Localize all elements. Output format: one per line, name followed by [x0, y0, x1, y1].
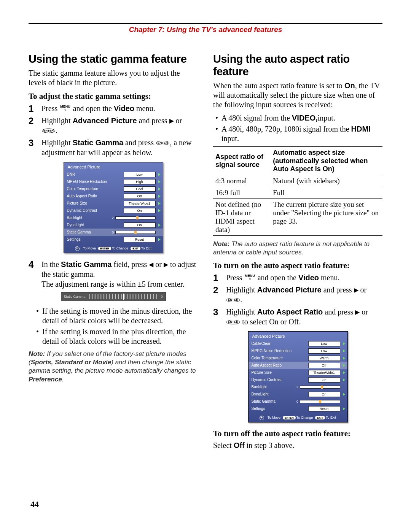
right-bullet-1: A 480i signal from the VIDEO,input. [213, 113, 382, 123]
osd-row: Auto Aspect RatioOff [64, 192, 163, 200]
osd-row: Backlight2 [249, 383, 347, 391]
left-heading: Using the static gamma feature [29, 53, 198, 65]
osd-row: Dynamic ContrastOn [249, 376, 347, 383]
right-heading: Using the auto aspect ratio feature [213, 53, 382, 78]
menu-icon: MENU [60, 105, 70, 112]
menu-icon: MENU [245, 274, 255, 281]
slider-value: 0 [161, 295, 162, 299]
osd-row-label: Picture Size [66, 200, 122, 206]
enter-icon: ENTER [226, 320, 240, 324]
osd-row-value: Low [308, 348, 340, 354]
chevron-right-icon [158, 238, 161, 241]
osd-row: DynaLightOn [249, 391, 347, 398]
osd-row-label: Color Temperature [251, 355, 307, 361]
osd-row-value: Off [308, 363, 340, 368]
osd-row-label: Static Gamma [251, 399, 292, 404]
osd-row-label: Picture Size [251, 370, 307, 375]
osd-row-num: 0 [108, 230, 114, 234]
osd-menu-right: Advanced Picture CableClearLowMPEG Noise… [248, 331, 348, 422]
enter-icon: ENTER [156, 141, 169, 145]
enter-pill-icon: ENTER [98, 247, 111, 250]
left-subhead: To adjust the static gamma settings: [29, 91, 198, 101]
right-bullet-2: A 480i, 480p, 720p, 1080i signal from th… [213, 124, 382, 143]
chevron-right-icon [343, 378, 345, 381]
osd-row: Picture SizeTheaterWide1 [64, 200, 163, 207]
right-step-1: Press MENU and open the Video menu. [213, 273, 382, 283]
osd-row-label: Static Gamma [66, 229, 107, 235]
osd-row-label: Settings [66, 237, 122, 242]
table-cell: Full [271, 187, 382, 199]
osd-row: Auto Aspect RatioOff [249, 362, 347, 369]
right-arrow-icon: ▶ [169, 118, 174, 124]
osd-row: SettingsReset [64, 236, 163, 243]
osd-row: Static Gamma0 [249, 398, 347, 405]
osd-row: Color TemperatureCool [64, 185, 163, 192]
osd-row-value: Low [308, 341, 340, 346]
osd-row-label: DynaLight [66, 222, 122, 228]
exit-pill-icon: EXIT [315, 416, 325, 419]
slider-label: Static Gamma [64, 295, 86, 299]
osd-row-value: On [124, 208, 156, 213]
osd-row-label: Auto Aspect Ratio [251, 362, 307, 368]
aspect-table: Aspect ratio of signal source Automatic … [213, 146, 382, 236]
enter-pill-icon: ENTER [283, 416, 296, 419]
osd-row-value: Cool [124, 186, 156, 192]
osd-row-label: MPEG Noise Reduction [251, 348, 307, 354]
exit-pill-icon: EXIT [131, 247, 140, 250]
dpad-icon [260, 416, 264, 420]
left-note: Note: If you select one of the factory-s… [29, 350, 198, 383]
chapter-header: Chapter 7: Using the TV's advanced featu… [29, 23, 382, 34]
osd-row: DNRLow [64, 171, 163, 178]
osd-row-label: DynaLight [251, 391, 307, 397]
left-step-1: Press MENU and open the Video menu. [29, 103, 198, 113]
chevron-right-icon [158, 173, 161, 176]
osd-row-label: Settings [251, 406, 307, 411]
osd-hint: To Move ENTERTo Change EXITTo Exit [64, 243, 163, 253]
chevron-right-icon [343, 407, 345, 410]
right-step-2: Highlight Advanced Picture and press ▶ o… [213, 285, 382, 305]
osd-row-label: Auto Aspect Ratio [66, 193, 122, 199]
osd-row-value: TheaterWide1 [308, 370, 340, 375]
osd-row: MPEG Noise ReductionLow [249, 347, 347, 354]
chevron-right-icon [158, 187, 161, 191]
right-note: Note: The auto aspect ratio feature is n… [213, 240, 382, 257]
osd-row-slider [300, 400, 340, 403]
osd-row: CableClearLow [249, 340, 347, 347]
osd-row: DynaLightOn [64, 221, 163, 229]
osd-row-value: On [124, 222, 156, 228]
chevron-right-icon [343, 371, 345, 374]
osd-row-num: 2 [293, 385, 298, 389]
osd-row-value: High [124, 179, 156, 184]
chevron-right-icon [158, 209, 161, 212]
right-off-body: Select Off in step 3 above. [213, 441, 382, 450]
chevron-right-icon [343, 349, 345, 353]
right-sub-off: To turn off the auto aspect ratio featur… [213, 429, 382, 438]
osd-row-label: Backlight [66, 215, 107, 221]
osd-row-num: 2 [108, 216, 114, 220]
chevron-right-icon [343, 342, 345, 345]
chevron-right-icon [158, 180, 161, 183]
chevron-right-icon [343, 357, 345, 360]
osd-title: Advanced Picture [249, 332, 347, 340]
dpad-icon [75, 246, 80, 251]
right-step-3: Highlight Auto Aspect Ratio and press ▶ … [213, 307, 382, 327]
table-cell: 4:3 normal [213, 175, 271, 187]
chevron-right-icon [343, 393, 345, 396]
right-intro: When the auto aspect ratio feature is se… [213, 81, 382, 110]
table-cell: The current picture size you set under "… [271, 199, 382, 236]
table-header-2: Automatic aspect size (automatically sel… [271, 147, 382, 175]
osd-row-value: On [308, 377, 340, 383]
osd-row-label: Backlight [251, 384, 292, 390]
chevron-right-icon [343, 364, 345, 367]
osd-row-slider [300, 386, 340, 389]
osd-row-value: Low [124, 172, 156, 177]
left-arrow-icon: ◀ [149, 261, 153, 268]
static-gamma-slider: Static Gamma 0 [61, 292, 166, 301]
right-arrow-icon: ▶ [355, 309, 360, 315]
osd-row: Picture SizeTheaterWide1 [249, 369, 347, 376]
osd-row-value: Warm [308, 356, 340, 361]
page-number: 44 [30, 499, 39, 509]
right-arrow-icon: ▶ [354, 287, 358, 293]
table-header-1: Aspect ratio of signal source [213, 147, 271, 175]
osd-row: Static Gamma0 [64, 229, 163, 236]
